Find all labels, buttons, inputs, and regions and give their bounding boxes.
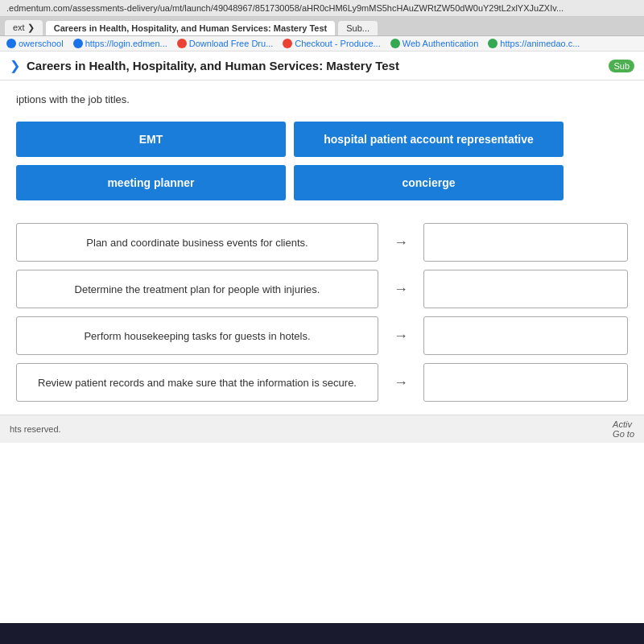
tab-ext[interactable]: ext ❯	[5, 20, 43, 35]
bookmark-icon-5	[488, 39, 497, 48]
tab-sub[interactable]: Sub...	[338, 21, 378, 35]
answer-box-2[interactable]	[423, 316, 628, 355]
page-title: Careers in Health, Hospitality, and Huma…	[27, 59, 399, 72]
bookmark-1[interactable]: https://login.edmen...	[73, 39, 167, 48]
job-title-meeting[interactable]: meeting planner	[16, 165, 286, 200]
bookmarks-bar: owerschool https://login.edmen... Downlo…	[0, 36, 644, 52]
description-row-2: Perform housekeeping tasks for guests in…	[16, 316, 628, 355]
sub-badge: Sub	[609, 60, 634, 72]
bookmark-4[interactable]: Web Authentication	[390, 39, 479, 48]
description-box-3: Review patient records and make sure tha…	[16, 363, 378, 402]
bookmark-2[interactable]: Download Free Dru...	[177, 39, 274, 48]
footer-bar: hts reserved. Activ Go to	[0, 415, 644, 443]
page-header: ❯ Careers in Health, Hospitality, and Hu…	[0, 52, 644, 80]
description-box-1: Determine the treatment plan for people …	[16, 270, 378, 308]
description-box-0: Plan and coordinate business events for …	[16, 223, 378, 262]
arrow-3: →	[385, 374, 417, 391]
nav-back-arrow[interactable]: ❯	[10, 58, 20, 73]
rights-text: hts reserved.	[10, 424, 61, 434]
description-row-1: Determine the treatment plan for people …	[16, 270, 628, 308]
bookmark-icon-2	[177, 39, 187, 48]
description-row-3: Review patient records and make sure tha…	[16, 363, 628, 402]
job-title-hospital[interactable]: hospital patient account representative	[294, 122, 564, 157]
bookmark-5[interactable]: https://animedao.c...	[488, 39, 580, 48]
instruction-text: iptions with the job titles.	[16, 93, 628, 105]
answer-box-0[interactable]	[423, 223, 628, 262]
arrow-1: →	[385, 281, 417, 298]
bookmark-0[interactable]: owerschool	[6, 39, 64, 48]
job-title-concierge[interactable]: concierge	[294, 165, 564, 200]
url-bar[interactable]: .edmentum.com/assessments-delivery/ua/mt…	[0, 0, 644, 17]
description-row-0: Plan and coordinate business events for …	[16, 223, 628, 262]
answer-box-1[interactable]	[423, 270, 628, 308]
job-title-emt[interactable]: EMT	[16, 122, 286, 157]
bookmark-icon-1	[73, 39, 83, 48]
bookmark-icon-3	[283, 39, 292, 48]
page-wrapper: ❯ Careers in Health, Hospitality, and Hu…	[0, 52, 644, 623]
content-area: iptions with the job titles. EMT hospita…	[0, 80, 644, 415]
active-text: Activ Go to	[613, 419, 634, 439]
description-box-2: Perform housekeeping tasks for guests in…	[16, 316, 378, 355]
bookmark-3[interactable]: Checkout - Produce...	[283, 39, 380, 48]
browser-tabs: ext ❯ Careers in Health, Hospitality, an…	[0, 17, 644, 36]
arrow-2: →	[385, 328, 417, 345]
bookmark-icon-4	[390, 39, 400, 48]
arrow-0: →	[385, 234, 417, 251]
description-rows: Plan and coordinate business events for …	[16, 223, 628, 402]
tab-main[interactable]: Careers in Health, Hospitality, and Huma…	[46, 21, 336, 35]
job-titles-grid: EMT hospital patient account representat…	[16, 122, 564, 200]
page-title-bar: ❯ Careers in Health, Hospitality, and Hu…	[10, 58, 399, 73]
answer-box-3[interactable]	[423, 363, 628, 402]
bookmark-icon-0	[6, 39, 16, 48]
